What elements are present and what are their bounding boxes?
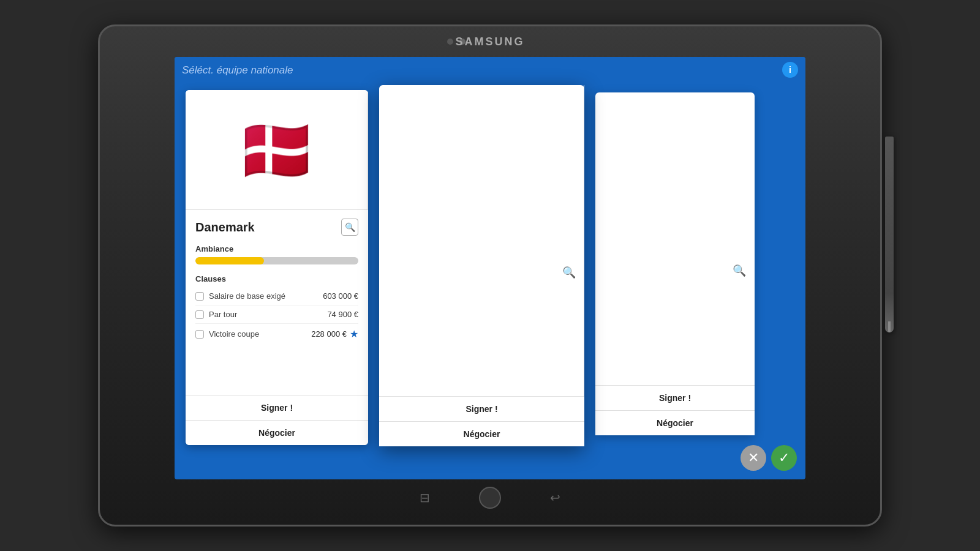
- magnify-icon-right: 🔍: [733, 264, 746, 277]
- country-name-row: Danemark 🔍: [195, 219, 358, 236]
- flag-area: 🇩🇰: [186, 90, 368, 210]
- ambiance-fill: [195, 257, 264, 264]
- country-name: Danemark: [195, 220, 255, 234]
- home-button[interactable]: [479, 487, 501, 509]
- center-negotiate-button[interactable]: Négocier: [379, 421, 584, 446]
- screen-title: Séléct. équipe nationale: [182, 64, 293, 77]
- clause-left-tour: Par tour: [195, 310, 237, 319]
- clause-check-tour[interactable]: [195, 310, 204, 319]
- card-denmark: 🇩🇰 Danemark 🔍 Ambiance Clauses: [186, 90, 368, 445]
- clause-name-tour: Par tour: [209, 310, 237, 319]
- ambiance-bar: [195, 257, 358, 264]
- card-right-actions: Signer ! Négocier: [595, 385, 755, 435]
- clause-value-tour: 74 900 €: [327, 310, 358, 319]
- magnify-icon-center: 🔍: [562, 266, 576, 279]
- clause-row-tour: Par tour 74 900 €: [195, 305, 358, 324]
- tablet-shell: SAMSUNG Séléct. équipe nationale i 🇩🇰: [98, 24, 882, 527]
- card-center: 🔍 Signer ! Négocier: [379, 85, 584, 446]
- card-denmark-actions: Signer ! Négocier: [186, 395, 368, 445]
- info-icon: i: [789, 65, 791, 75]
- dot-1: [447, 39, 453, 45]
- cancel-icon: ✕: [748, 450, 759, 466]
- clause-row-salary: Salaire de base exigé 603 000 €: [195, 287, 358, 305]
- card-center-divider: [584, 85, 584, 446]
- clause-star-icon: ★: [350, 328, 358, 340]
- right-sign-button[interactable]: Signer !: [595, 385, 755, 410]
- denmark-flag: 🇩🇰: [238, 119, 315, 181]
- clause-left-cup: Victoire coupe: [195, 329, 259, 339]
- confirm-icon: ✓: [778, 450, 790, 466]
- search-icon-btn[interactable]: 🔍: [341, 219, 358, 236]
- clause-value-cup: 228 000 € ★: [311, 328, 358, 340]
- right-negotiate-button[interactable]: Négocier: [595, 410, 755, 435]
- samsung-logo: SAMSUNG: [455, 36, 524, 48]
- stylus: [885, 137, 894, 332]
- confirm-button[interactable]: ✓: [771, 445, 797, 471]
- clauses-label: Clauses: [195, 274, 358, 283]
- back-icon[interactable]: ↩: [550, 490, 560, 505]
- clause-name-cup: Victoire coupe: [209, 329, 259, 339]
- clause-row-cup: Victoire coupe 228 000 € ★: [195, 324, 358, 344]
- card-center-actions: Signer ! Négocier: [379, 396, 584, 446]
- menu-icon[interactable]: ⊟: [420, 490, 430, 505]
- clause-name-salary: Salaire de base exigé: [209, 291, 285, 301]
- clause-value-salary: 603 000 €: [323, 291, 358, 301]
- search-icon: 🔍: [345, 222, 355, 232]
- clause-check-cup[interactable]: [195, 330, 204, 339]
- ambiance-label: Ambiance: [195, 244, 358, 253]
- tablet-screen: Séléct. équipe nationale i 🇩🇰 Danemark: [175, 57, 805, 479]
- stylus-tip: [888, 321, 891, 332]
- card-right: 🔍 Signer ! Négocier: [595, 92, 755, 435]
- tablet-top-bar: SAMSUNG: [100, 26, 880, 57]
- denmark-negotiate-button[interactable]: Négocier: [186, 420, 368, 445]
- card-denmark-body: Danemark 🔍 Ambiance Clauses Salaire d: [186, 210, 368, 350]
- denmark-sign-button[interactable]: Signer !: [186, 395, 368, 420]
- bottom-buttons: ✕ ✓: [741, 445, 797, 471]
- center-sign-button[interactable]: Signer !: [379, 396, 584, 421]
- clause-left-salary: Salaire de base exigé: [195, 291, 285, 301]
- cancel-button[interactable]: ✕: [741, 445, 766, 471]
- clause-check-salary[interactable]: [195, 292, 204, 301]
- info-badge-button[interactable]: i: [782, 62, 798, 78]
- screen-header: Séléct. équipe nationale i: [175, 57, 805, 84]
- clause-amount-cup: 228 000 €: [311, 329, 347, 339]
- tablet-bottom-bar: ⊟ ↩: [100, 479, 880, 516]
- cards-area: 🇩🇰 Danemark 🔍 Ambiance Clauses: [175, 84, 805, 470]
